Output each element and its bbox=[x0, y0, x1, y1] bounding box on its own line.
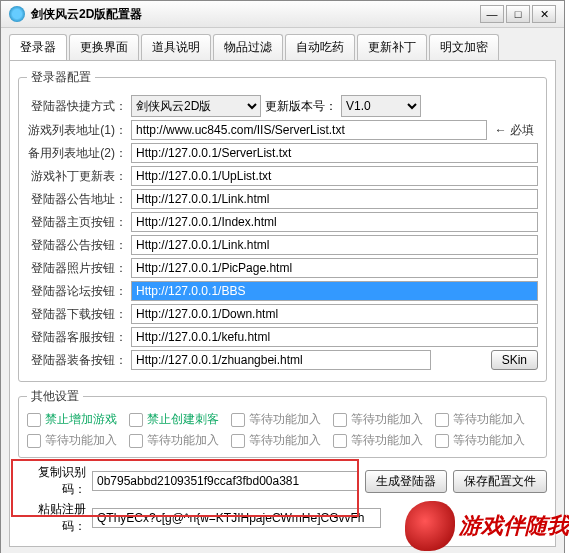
minimize-button[interactable]: — bbox=[480, 5, 504, 23]
check-pending-5[interactable]: 等待功能加入 bbox=[129, 432, 219, 449]
bbs-input[interactable] bbox=[131, 281, 538, 301]
shortcut-select[interactable]: 剑侠风云2D版 bbox=[131, 95, 261, 117]
other-settings-legend: 其他设置 bbox=[27, 388, 83, 405]
backup-input[interactable] bbox=[131, 143, 538, 163]
version-select[interactable]: V1.0 bbox=[341, 95, 421, 117]
backup-label: 备用列表地址(2)： bbox=[27, 145, 127, 162]
version-label: 更新版本号： bbox=[265, 98, 337, 115]
kefu-label: 登陆器客服按钮： bbox=[27, 329, 127, 346]
reg-code-label: 粘贴注册码： bbox=[18, 501, 86, 535]
kefu-input[interactable] bbox=[131, 327, 538, 347]
tab-patch[interactable]: 更新补丁 bbox=[357, 34, 427, 60]
tab-auto[interactable]: 自动吃药 bbox=[285, 34, 355, 60]
skin-button[interactable]: SKin bbox=[491, 350, 538, 370]
link-input[interactable] bbox=[131, 189, 538, 209]
check-pending-1[interactable]: 等待功能加入 bbox=[231, 411, 321, 428]
login-config-group: 登录器配置 登陆器快捷方式： 剑侠风云2D版 更新版本号： V1.0 游戏列表地… bbox=[18, 69, 547, 382]
check-pending-7[interactable]: 等待功能加入 bbox=[333, 432, 423, 449]
check-no-assassin[interactable]: 禁止创建刺客 bbox=[129, 411, 219, 428]
titlebar: 剑侠风云2D版配置器 — □ ✕ bbox=[1, 1, 564, 28]
index-input[interactable] bbox=[131, 212, 538, 232]
serverlist-input[interactable] bbox=[131, 120, 487, 140]
down-label: 登陆器下载按钮： bbox=[27, 306, 127, 323]
uplist-input[interactable] bbox=[131, 166, 538, 186]
equip-input[interactable] bbox=[131, 350, 431, 370]
checks-container: 禁止增加游戏 禁止创建刺客 等待功能加入 等待功能加入 等待功能加入 等待功能加… bbox=[27, 411, 538, 449]
bbs-label: 登陆器论坛按钮： bbox=[27, 283, 127, 300]
check-pending-4[interactable]: 等待功能加入 bbox=[27, 432, 117, 449]
tab-filter[interactable]: 物品过滤 bbox=[213, 34, 283, 60]
check-pending-8[interactable]: 等待功能加入 bbox=[435, 432, 525, 449]
generate-button[interactable]: 生成登陆器 bbox=[365, 470, 447, 493]
reg-code-input[interactable] bbox=[92, 508, 381, 528]
index-label: 登陆器主页按钮： bbox=[27, 214, 127, 231]
app-icon bbox=[9, 6, 25, 22]
equip-label: 登陆器装备按钮： bbox=[27, 352, 127, 369]
tab-login[interactable]: 登录器 bbox=[9, 34, 67, 60]
tab-bar: 登录器 更换界面 道具说明 物品过滤 自动吃药 更新补丁 明文加密 bbox=[1, 28, 564, 60]
down-input[interactable] bbox=[131, 304, 538, 324]
content-panel: 登录器配置 登陆器快捷方式： 剑侠风云2D版 更新版本号： V1.0 游戏列表地… bbox=[9, 60, 556, 547]
window-title: 剑侠风云2D版配置器 bbox=[31, 6, 480, 23]
pic-label: 登陆器照片按钮： bbox=[27, 260, 127, 277]
shortcut-label: 登陆器快捷方式： bbox=[27, 98, 127, 115]
copy-code-input[interactable] bbox=[92, 471, 359, 491]
save-config-button[interactable]: 保存配置文件 bbox=[453, 470, 547, 493]
link-label: 登陆器公告地址： bbox=[27, 191, 127, 208]
check-pending-2[interactable]: 等待功能加入 bbox=[333, 411, 423, 428]
required-hint: ← 必填 bbox=[491, 122, 538, 139]
check-pending-6[interactable]: 等待功能加入 bbox=[231, 432, 321, 449]
other-settings-group: 其他设置 禁止增加游戏 禁止创建刺客 等待功能加入 等待功能加入 等待功能加入 … bbox=[18, 388, 547, 458]
check-pending-3[interactable]: 等待功能加入 bbox=[435, 411, 525, 428]
copy-code-label: 复制识别码： bbox=[18, 464, 86, 498]
window: 剑侠风云2D版配置器 — □ ✕ 登录器 更换界面 道具说明 物品过滤 自动吃药… bbox=[0, 0, 565, 553]
tab-items[interactable]: 道具说明 bbox=[141, 34, 211, 60]
pic-input[interactable] bbox=[131, 258, 538, 278]
uplist-label: 游戏补丁更新表： bbox=[27, 168, 127, 185]
close-button[interactable]: ✕ bbox=[532, 5, 556, 23]
maximize-button[interactable]: □ bbox=[506, 5, 530, 23]
login-config-legend: 登录器配置 bbox=[27, 69, 95, 86]
check-no-add-game[interactable]: 禁止增加游戏 bbox=[27, 411, 117, 428]
notice-input[interactable] bbox=[131, 235, 538, 255]
serverlist-label: 游戏列表地址(1)： bbox=[27, 122, 127, 139]
tab-skin[interactable]: 更换界面 bbox=[69, 34, 139, 60]
notice-label: 登陆器公告按钮： bbox=[27, 237, 127, 254]
tab-encrypt[interactable]: 明文加密 bbox=[429, 34, 499, 60]
